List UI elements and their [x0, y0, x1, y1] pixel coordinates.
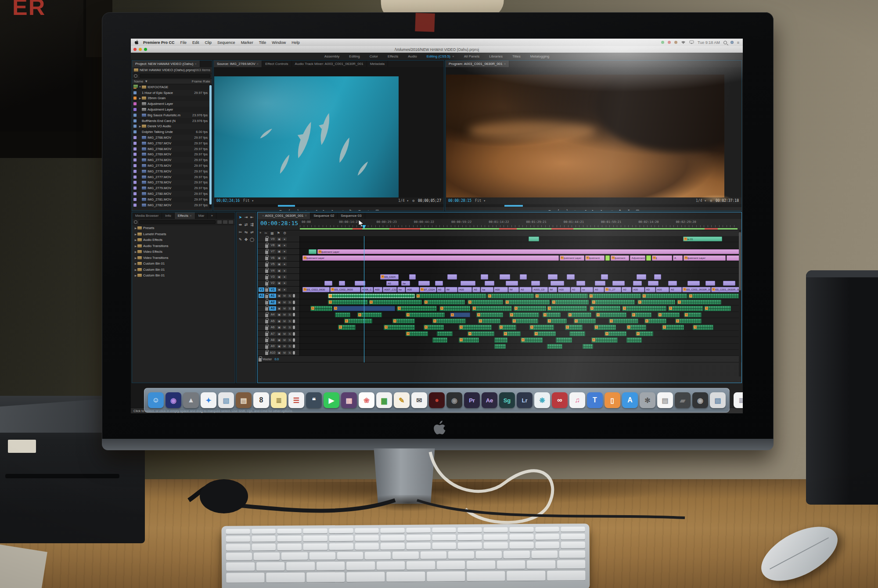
menu-title[interactable]: Title [259, 40, 266, 45]
video-clip[interactable] [520, 274, 527, 279]
track-lane-v8[interactable] [300, 242, 741, 248]
keyboard-key[interactable] [252, 536, 276, 542]
rate-stretch-tool[interactable]: ⇶ [250, 222, 254, 228]
keyboard-key[interactable] [510, 542, 534, 549]
audio-clip[interactable]: fx [338, 325, 356, 330]
keyboard-key[interactable] [407, 561, 435, 570]
marker-flag-icon[interactable]: ⚑ [277, 231, 280, 235]
keyboard-key[interactable] [407, 528, 431, 534]
mute-button[interactable]: M [282, 351, 287, 355]
keyboard-key[interactable] [507, 571, 545, 582]
audio-clip[interactable]: fx [590, 306, 620, 311]
video-clip[interactable]: A007_C024fx [420, 287, 436, 292]
keyboard-key[interactable] [226, 552, 252, 561]
solo-button[interactable]: S [288, 301, 292, 304]
keyboard-key[interactable] [561, 527, 585, 532]
status-dot-green[interactable] [661, 41, 664, 44]
track-lane-v7[interactable]: Adjustment Layerfx [300, 249, 741, 255]
audio-clip[interactable]: fx [406, 312, 445, 317]
lock-icon[interactable] [265, 326, 268, 330]
video-clip[interactable]: A0 [622, 287, 631, 292]
solo-button[interactable]: S [288, 307, 292, 310]
track-target-a5[interactable]: A5 [269, 319, 276, 323]
source-zoom-select[interactable]: 1/4 ▾ [398, 199, 409, 203]
source-scrollbar[interactable] [231, 205, 425, 207]
apple-keyboard[interactable] [221, 523, 590, 588]
lightroom-icon[interactable]: Lr [517, 392, 533, 408]
notification-center-icon[interactable]: ≡ [737, 40, 739, 45]
voiceover-record-icon[interactable] [293, 307, 295, 310]
keyboard-key[interactable] [467, 571, 505, 582]
audio-clip[interactable]: fx [406, 331, 428, 336]
audio-clip[interactable]: fx [499, 325, 516, 330]
keyboard-key[interactable] [535, 534, 559, 541]
keyboard-key[interactable] [458, 534, 482, 541]
sync-lock-icon[interactable]: ▣ [277, 319, 281, 323]
project-row[interactable]: BuffNerds End Card (N23.976 fps [132, 118, 212, 124]
video-clip[interactable]: A003_C001_0630R_001fx [711, 287, 739, 292]
track-lane-a1[interactable]: fxfxfxfxfxfxfx [300, 293, 741, 299]
keyboard-key[interactable] [303, 543, 327, 551]
lock-icon[interactable] [265, 244, 268, 248]
video-clip[interactable] [567, 274, 575, 279]
toggle-track-output-icon[interactable]: ● [282, 288, 287, 291]
keyboard-key[interactable] [355, 535, 379, 541]
reminders-icon[interactable]: ☰ [288, 392, 304, 408]
project-row[interactable]: IMG_2781.MOV29.97 fps [132, 197, 212, 202]
keyboard-key[interactable] [421, 551, 446, 559]
track-lane-a9[interactable] [300, 344, 741, 349]
track-target-v7[interactable]: V7 [269, 249, 276, 254]
itunes-icon[interactable]: ♫ [569, 392, 585, 408]
audio-clip[interactable]: fx [594, 325, 616, 330]
video-clip[interactable] [633, 281, 642, 286]
solo-button[interactable]: S [288, 294, 292, 298]
step-back-button[interactable]: ◀ [583, 209, 587, 211]
project-row[interactable]: IMG_2780.MOV29.97 fps [132, 191, 212, 197]
video-clip[interactable] [548, 274, 558, 279]
audio-clip[interactable]: fx [551, 300, 589, 305]
project-row[interactable]: Adjustment Layer [132, 107, 212, 112]
white-doc-app-icon[interactable]: ▤ [657, 392, 673, 408]
audio-clip[interactable]: fx [529, 325, 554, 330]
master-level-value[interactable]: 0.0 [274, 358, 279, 361]
slip-tool[interactable]: ⇋ [244, 229, 248, 235]
sync-lock-icon[interactable]: ▣ [277, 256, 281, 260]
program-zoom-select[interactable]: 1/4 ▾ [696, 199, 706, 203]
mute-button[interactable]: M [282, 301, 287, 304]
tab-source[interactable]: Source: IMG_2769.MOV× [214, 61, 262, 67]
keyboard-key[interactable] [557, 560, 586, 569]
sync-lock-icon[interactable]: ▣ [277, 344, 281, 348]
expand-caret-icon[interactable]: ▶ [134, 244, 137, 247]
video-clip[interactable]: IM [548, 287, 557, 292]
track-target-v5[interactable]: V5 [269, 262, 276, 266]
video-clip[interactable] [705, 281, 715, 286]
voiceover-record-icon[interactable] [293, 338, 295, 342]
keyboard-key[interactable] [277, 529, 302, 534]
keyboard-key[interactable] [381, 543, 405, 550]
audio-clip[interactable]: fx [487, 294, 534, 298]
solo-button[interactable]: S [288, 338, 292, 342]
dark-folder-icon[interactable]: ▰ [675, 392, 691, 408]
project-row[interactable]: Dolphin Talking Unde6.00 fps [132, 129, 212, 135]
track-target-a1[interactable]: A1 [269, 294, 276, 298]
keyboard-key[interactable] [277, 544, 302, 551]
tab-overflow-chevron[interactable]: » [208, 212, 216, 219]
ibooks-icon[interactable]: ▯ [605, 392, 620, 408]
keyboard-key[interactable] [306, 572, 345, 583]
project-row[interactable]: IMG_2768.MOV29.97 fps [132, 146, 212, 152]
audio-clip[interactable]: fx [693, 325, 713, 330]
source-patch[interactable] [259, 332, 264, 336]
project-column-header[interactable]: Name ▼ Frame Rate [132, 79, 212, 84]
status-dot-red[interactable] [668, 41, 671, 44]
keyboard-key[interactable] [317, 562, 345, 571]
contacts-icon[interactable]: ▤ [236, 392, 252, 408]
video-clip[interactable] [339, 281, 345, 286]
track-target-v6[interactable]: V6 [269, 256, 276, 260]
tab-project[interactable]: Project: NEW HAWAII VIDEO (Oahu)× [132, 61, 200, 67]
keyboard-key[interactable] [365, 552, 391, 560]
video-clip[interactable]: Title 01fx [683, 237, 722, 241]
app-store-icon[interactable]: A [622, 392, 638, 408]
documents-stack-1[interactable]: ≣ [734, 392, 743, 408]
keyboard-key[interactable] [484, 542, 508, 549]
track-target-a4[interactable]: A4 [269, 312, 276, 317]
